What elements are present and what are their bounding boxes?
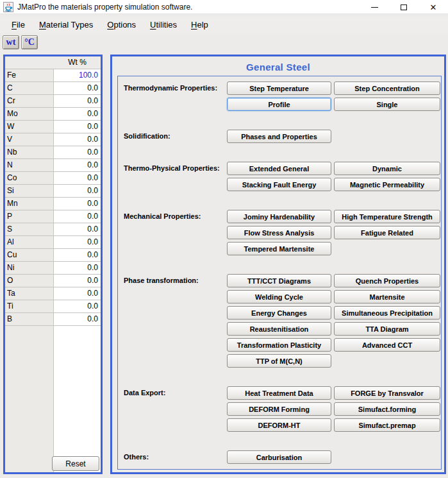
composition-panel: Wt % Fe100.0C0.0Cr0.0Mo0.0W0.0V0.0Nb0.0N… <box>3 55 103 474</box>
minimize-button[interactable] <box>360 0 389 14</box>
menu-item-help[interactable]: Help <box>186 18 213 31</box>
element-row-cu: Cu0.0 <box>5 248 101 261</box>
element-symbol: P <box>5 210 54 223</box>
single-button[interactable]: Single <box>334 98 440 111</box>
carburisation-button[interactable]: Carburisation <box>227 450 331 464</box>
element-value-cell[interactable]: 0.0 <box>54 261 101 274</box>
element-symbol: Mn <box>5 197 54 210</box>
element-value-cell[interactable]: 0.0 <box>54 146 101 158</box>
simufact-premap-button[interactable]: Simufact.premap <box>334 418 440 432</box>
element-symbol: Mo <box>5 107 54 120</box>
simultaneous-precipitation-button[interactable]: Simultaneous Precipitation <box>334 306 440 320</box>
menu-item-utilities[interactable]: Utilities <box>145 18 182 31</box>
heat-treatment-data-button[interactable]: Heat Treatment Data <box>227 386 331 400</box>
deform-forming-button[interactable]: DEFORM Forming <box>227 402 331 416</box>
menu-item-options[interactable]: Options <box>102 18 141 31</box>
ttp-of-m-c-n-button[interactable]: TTP of M(C,N) <box>227 354 331 368</box>
element-row-cr: Cr0.0 <box>5 94 101 107</box>
close-button[interactable]: ✕ <box>419 0 448 14</box>
welding-cycle-button[interactable]: Welding Cycle <box>227 290 331 303</box>
element-value-cell[interactable]: 0.0 <box>54 94 101 107</box>
element-value-cell[interactable]: 0.0 <box>54 81 101 94</box>
element-value-cell[interactable]: 0.0 <box>54 248 101 261</box>
element-symbol: Si <box>5 184 54 197</box>
stacking-fault-energy-button[interactable]: Stacking Fault Energy <box>227 178 331 191</box>
transformation-plasticity-button[interactable]: Transformation Plasticity <box>227 338 331 352</box>
dynamic-button[interactable]: Dynamic <box>334 162 440 175</box>
element-symbol: Ti <box>5 300 54 312</box>
quench-properties-button[interactable]: Quench Properties <box>334 274 440 287</box>
element-value-cell[interactable]: 0.0 <box>54 120 101 133</box>
element-value-cell[interactable]: 0.0 <box>54 287 101 300</box>
element-value-cell[interactable]: 0.0 <box>54 184 101 197</box>
element-symbol: Ta <box>5 287 54 300</box>
element-value-cell[interactable]: 100.0 <box>54 69 101 81</box>
element-symbol: S <box>5 223 54 235</box>
element-row-p: P0.0 <box>5 210 101 223</box>
element-value-cell[interactable]: 0.0 <box>54 133 101 146</box>
element-value-cell[interactable]: 0.0 <box>54 107 101 120</box>
element-value-cell[interactable]: 0.0 <box>54 197 101 210</box>
element-value-cell[interactable]: 0.0 <box>54 223 101 235</box>
module-sections-box: Thermodynamic Properties:Step Temperatur… <box>117 76 442 470</box>
section-label: Thermo-Physical Properties: <box>124 162 220 175</box>
java-icon <box>3 2 13 12</box>
element-symbol: O <box>5 274 54 287</box>
element-row-c: C0.0 <box>5 81 101 94</box>
celsius-button[interactable]: °C <box>21 35 38 49</box>
element-value-cell[interactable]: 0.0 <box>54 274 101 287</box>
element-value-cell[interactable]: 0.0 <box>54 235 101 248</box>
weight-percent-button[interactable]: wt <box>3 35 19 49</box>
extended-general-button[interactable]: Extended General <box>227 162 331 175</box>
advanced-cct-button[interactable]: Advanced CCT <box>334 338 440 352</box>
forge-by-transvalor-button[interactable]: FORGE by Transvalor <box>334 386 440 400</box>
ttt-cct-diagrams-button[interactable]: TTT/CCT Diagrams <box>227 274 331 287</box>
menu-item-material-types[interactable]: Material Types <box>34 18 98 31</box>
jominy-hardenability-button[interactable]: Jominy Hardenability <box>227 210 331 223</box>
composition-header: Wt % <box>5 56 101 69</box>
element-symbol: B <box>5 312 54 325</box>
reaustenitisation-button[interactable]: Reaustenitisation <box>227 322 331 336</box>
martensite-button[interactable]: Martensite <box>334 290 440 303</box>
energy-changes-button[interactable]: Energy Changes <box>227 306 331 320</box>
tta-diagram-button[interactable]: TTA Diagram <box>334 322 440 336</box>
element-value-cell[interactable]: 0.0 <box>54 312 101 325</box>
menu-item-file[interactable]: File <box>6 18 30 31</box>
close-icon: ✕ <box>430 3 437 12</box>
element-row-s: S0.0 <box>5 223 101 235</box>
tempered-martensite-button[interactable]: Tempered Martensite <box>227 242 331 255</box>
window-title: JMatPro the materials property simulatio… <box>17 3 192 12</box>
profile-button[interactable]: Profile <box>227 98 331 111</box>
deform-ht-button[interactable]: DEFORM-HT <box>227 418 331 432</box>
step-concentration-button[interactable]: Step Concentration <box>334 81 440 95</box>
maximize-button[interactable] <box>389 0 419 14</box>
magnetic-permeability-button[interactable]: Magnetic Permeability <box>334 178 440 191</box>
fatigue-related-button[interactable]: Fatigue Related <box>334 226 440 239</box>
wt-percent-header: Wt % <box>54 56 101 69</box>
section-label: Solidification: <box>124 130 170 143</box>
flow-stress-analysis-button[interactable]: Flow Stress Analysis <box>227 226 331 239</box>
element-symbol: N <box>5 158 54 171</box>
element-value-cell[interactable]: 0.0 <box>54 158 101 171</box>
section-label: Mechanical Properties: <box>124 210 201 223</box>
element-row-w: W0.0 <box>5 120 101 133</box>
element-row-ni: Ni0.0 <box>5 261 101 274</box>
section-phase-transformation: Phase transformation:TTT/CCT DiagramsQue… <box>123 274 441 368</box>
minimize-icon <box>371 7 378 8</box>
element-symbol: Al <box>5 235 54 248</box>
high-temperature-strength-button[interactable]: High Temperature Strength <box>334 210 440 223</box>
element-symbol: W <box>5 120 54 133</box>
material-type-title: General Steel <box>112 62 444 73</box>
simufact-forming-button[interactable]: Simufact.forming <box>334 402 440 416</box>
section-label: Thermodynamic Properties: <box>124 81 217 95</box>
element-value-cell[interactable]: 0.0 <box>54 210 101 223</box>
element-row-ta: Ta0.0 <box>5 287 101 300</box>
phases-and-properties-button[interactable]: Phases and Properties <box>227 130 331 143</box>
section-label: Others: <box>124 450 149 464</box>
step-temperature-button[interactable]: Step Temperature <box>227 81 331 95</box>
element-value-cell[interactable]: 0.0 <box>54 300 101 312</box>
element-row-v: V0.0 <box>5 133 101 146</box>
element-value-cell[interactable]: 0.0 <box>54 171 101 184</box>
reset-button[interactable]: Reset <box>52 456 99 471</box>
element-symbol: Cr <box>5 94 54 107</box>
